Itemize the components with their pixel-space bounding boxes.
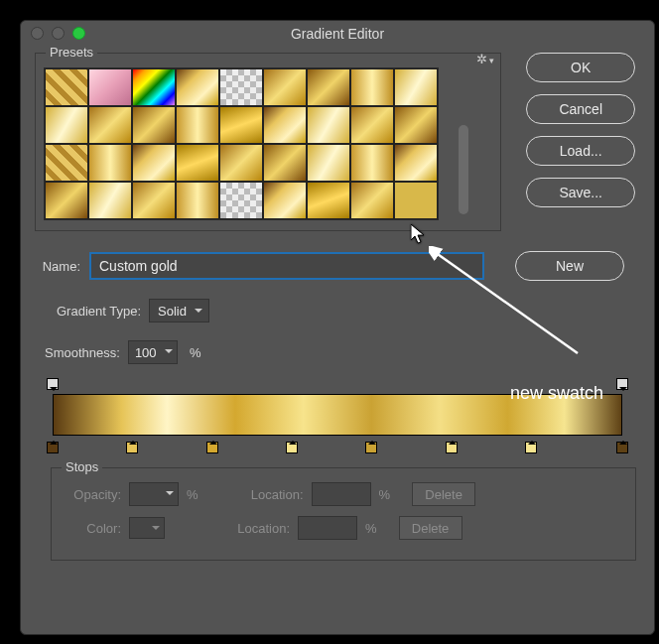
preset-swatch[interactable]: [307, 106, 350, 144]
preset-swatch[interactable]: [219, 182, 263, 219]
opacity-location-input[interactable]: [312, 482, 371, 506]
preset-swatch[interactable]: [394, 68, 438, 106]
gradient-type-label: Gradient Type:: [57, 304, 141, 319]
color-location-input[interactable]: [298, 516, 357, 540]
preset-swatch[interactable]: [263, 68, 307, 106]
preset-swatch[interactable]: [88, 106, 132, 144]
presets-label: Presets: [46, 45, 97, 60]
preset-swatch[interactable]: [132, 68, 176, 106]
preset-swatch[interactable]: [263, 106, 307, 144]
smoothness-input[interactable]: [128, 340, 178, 364]
save-button[interactable]: Save...: [526, 178, 635, 207]
opacity-input[interactable]: [129, 482, 179, 506]
preset-swatch[interactable]: [88, 68, 132, 106]
preset-swatch-grid: [44, 67, 439, 220]
preset-swatch[interactable]: [263, 182, 307, 219]
color-location-unit: %: [365, 521, 377, 536]
color-label: Color:: [62, 521, 121, 536]
gradient-editor-window: Gradient Editor Presets ✲▾ OK Cancel Loa…: [20, 20, 655, 635]
opacity-stop[interactable]: [616, 378, 628, 390]
color-stop[interactable]: [126, 442, 138, 453]
cancel-button[interactable]: Cancel: [526, 94, 635, 124]
close-window-icon[interactable]: [31, 27, 44, 40]
zoom-window-icon[interactable]: [72, 27, 85, 40]
preset-swatch[interactable]: [132, 182, 176, 219]
opacity-location-unit: %: [379, 487, 391, 502]
color-location-label: Location:: [220, 521, 290, 536]
gradient-type-select[interactable]: Solid: [149, 299, 209, 322]
color-stop[interactable]: [286, 442, 298, 453]
window-title: Gradient Editor: [291, 26, 384, 42]
gear-icon[interactable]: ✲▾: [476, 52, 494, 66]
name-label: Name:: [35, 259, 80, 274]
preset-swatch[interactable]: [350, 144, 394, 182]
color-stop[interactable]: [446, 442, 458, 453]
titlebar: Gradient Editor: [21, 21, 654, 47]
preset-swatch[interactable]: [350, 182, 394, 219]
preset-swatch[interactable]: [45, 144, 88, 182]
color-swatch-picker[interactable]: [129, 517, 165, 539]
preset-swatch[interactable]: [88, 182, 132, 219]
preset-swatch[interactable]: [45, 68, 88, 106]
color-stop[interactable]: [525, 442, 537, 453]
preset-swatch[interactable]: [88, 144, 132, 182]
window-controls: [31, 27, 85, 40]
preset-swatch[interactable]: [307, 182, 350, 219]
ok-button[interactable]: OK: [526, 53, 635, 82]
preset-swatch[interactable]: [394, 182, 438, 219]
opacity-stop[interactable]: [47, 378, 59, 390]
preset-swatch[interactable]: [176, 68, 219, 106]
presets-panel: Presets ✲▾: [35, 53, 501, 231]
presets-scrollbar[interactable]: [457, 67, 470, 220]
preset-swatch[interactable]: [394, 144, 438, 182]
gradient-preview[interactable]: [53, 394, 622, 436]
load-button[interactable]: Load...: [526, 136, 635, 166]
preset-swatch[interactable]: [350, 106, 394, 144]
preset-swatch[interactable]: [45, 106, 88, 144]
color-stop[interactable]: [365, 442, 377, 453]
preset-swatch[interactable]: [263, 144, 307, 182]
preset-swatch[interactable]: [350, 68, 394, 106]
minimize-window-icon[interactable]: [52, 27, 65, 40]
preset-swatch[interactable]: [219, 106, 263, 144]
smoothness-label: Smoothness:: [45, 345, 120, 360]
preset-swatch[interactable]: [132, 106, 176, 144]
color-stop[interactable]: [206, 442, 218, 453]
gradient-editor-bar: [53, 378, 622, 451]
color-delete-button[interactable]: Delete: [399, 516, 462, 540]
opacity-delete-button[interactable]: Delete: [412, 482, 475, 506]
preset-swatch[interactable]: [176, 182, 219, 219]
preset-swatch[interactable]: [219, 144, 263, 182]
preset-swatch[interactable]: [219, 68, 263, 106]
preset-swatch[interactable]: [176, 106, 219, 144]
color-stop[interactable]: [616, 442, 628, 453]
preset-swatch[interactable]: [307, 144, 350, 182]
color-stop[interactable]: [47, 442, 59, 453]
preset-swatch[interactable]: [176, 144, 219, 182]
opacity-location-label: Location:: [234, 487, 304, 502]
preset-swatch[interactable]: [307, 68, 350, 106]
smoothness-unit: %: [190, 345, 201, 360]
stops-panel: Stops Opacity: % Location: % Delete Colo…: [51, 467, 636, 561]
new-button[interactable]: New: [515, 251, 624, 281]
opacity-unit: %: [187, 487, 198, 502]
stops-label: Stops: [62, 459, 102, 474]
preset-swatch[interactable]: [45, 182, 88, 219]
opacity-label: Opacity:: [62, 487, 121, 502]
name-input[interactable]: [90, 253, 483, 279]
preset-swatch[interactable]: [394, 106, 438, 144]
preset-swatch[interactable]: [132, 144, 176, 182]
